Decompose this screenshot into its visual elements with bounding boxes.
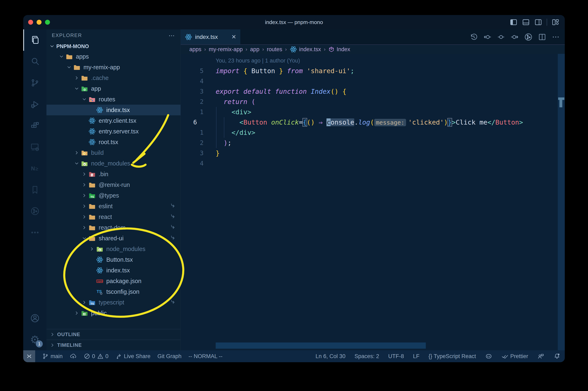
activity-extensions-icon[interactable] xyxy=(23,115,46,136)
tree-item--bin[interactable]: 0110.bin xyxy=(46,169,181,180)
next-change-icon[interactable] xyxy=(510,33,519,41)
warning-icon xyxy=(97,353,104,360)
tree-item-typescript[interactable]: TStypescript xyxy=(46,297,181,308)
change-icon[interactable] xyxy=(497,33,505,41)
tree-item-index-tsx[interactable]: index.tsx xyxy=(46,105,181,115)
status-cloud-upload-icon[interactable] xyxy=(70,353,77,360)
status-spaces-2[interactable]: Spaces: 2 xyxy=(354,353,379,360)
tree-item-apps[interactable]: apps xyxy=(46,51,181,62)
tree-item-node-modules[interactable]: jsnode_modules xyxy=(46,244,181,254)
symbol-module-icon xyxy=(328,46,334,52)
code-editor[interactable]: You, 23 hours ago | 1 author (You)5impor… xyxy=(181,54,565,350)
status-copilot-icon[interactable] xyxy=(485,353,492,360)
status--typescript-react[interactable]: {} TypeScript React xyxy=(428,353,476,360)
activity-run-debug-icon[interactable] xyxy=(23,94,46,115)
tree-item-index-tsx[interactable]: index.tsx xyxy=(46,265,181,276)
react-icon xyxy=(185,33,192,41)
more-actions-icon[interactable] xyxy=(552,33,560,41)
breadcrumb-item-app[interactable]: app xyxy=(250,46,259,53)
tree-item-tsconfig-json[interactable]: TS⚙tsconfig.json xyxy=(46,286,181,297)
activity-bookmarks-icon[interactable] xyxy=(23,179,46,200)
activity-git-graph-icon[interactable] xyxy=(23,200,46,222)
toggle-sidebar-right-icon[interactable] xyxy=(534,18,542,26)
breadcrumb-item-my-remix-app[interactable]: my-remix-app xyxy=(209,46,243,53)
gitlens-icon[interactable] xyxy=(524,33,533,41)
tab-close-icon[interactable]: ✕ xyxy=(231,33,236,40)
split-editor-icon[interactable] xyxy=(538,33,546,41)
history-icon[interactable] xyxy=(470,33,478,41)
chevron-right-icon xyxy=(81,225,88,230)
activity-files-icon[interactable] xyxy=(23,29,46,51)
tree-item-entry-client-tsx[interactable]: entry.client.tsx xyxy=(46,115,181,126)
tree-item-label: index.tsx xyxy=(106,107,130,113)
activity-account-icon[interactable] xyxy=(23,307,46,329)
workspace-section[interactable]: PNPM-MONO xyxy=(46,41,181,51)
symlink-icon xyxy=(170,235,176,242)
activity-more-views-icon[interactable] xyxy=(23,222,46,243)
tree-item-package-json[interactable]: npmpackage.json xyxy=(46,276,181,286)
tree-item-entry-server-tsx[interactable]: entry.server.tsx xyxy=(46,126,181,137)
status-label: 0 xyxy=(105,353,108,360)
toggle-sidebar-left-icon[interactable] xyxy=(510,18,517,26)
toggle-panel-icon[interactable] xyxy=(522,18,530,26)
code-line: 1 <div> xyxy=(181,107,565,117)
tree-item-routes[interactable]: routes xyxy=(46,94,181,105)
tree-item-app[interactable]: ⚙app xyxy=(46,83,181,94)
breadcrumb-item-routes[interactable]: routes xyxy=(267,46,282,53)
tree-item-button-tsx[interactable]: Button.tsx xyxy=(46,254,181,265)
activity-remote-explorer-icon[interactable] xyxy=(23,136,46,158)
chevron-down-icon xyxy=(81,97,88,102)
breadcrumb-item-apps[interactable]: apps xyxy=(189,46,201,53)
tree-item-react[interactable]: react xyxy=(46,211,181,222)
status--normal-[interactable]: -- NORMAL -- xyxy=(189,353,222,360)
tree-item-shared-ui[interactable]: shared-ui xyxy=(46,233,181,244)
chevron-down-icon xyxy=(58,54,65,59)
folder-dist xyxy=(80,149,89,156)
breadcrumb-item-index[interactable]: Index xyxy=(328,46,350,53)
code-line: 1 </div> xyxy=(181,127,565,138)
status-ln-6-col-30[interactable]: Ln 6, Col 30 xyxy=(316,353,346,360)
remote-indicator[interactable] xyxy=(23,350,35,362)
tree-item--remix-run[interactable]: @remix-run xyxy=(46,180,181,190)
vertical-scrollbar[interactable] xyxy=(558,54,565,350)
customize-layout-icon[interactable] xyxy=(552,18,559,26)
search-icon xyxy=(30,57,40,66)
tree-item--cache[interactable]: .cache xyxy=(46,73,181,83)
activity-search-icon[interactable] xyxy=(23,51,46,72)
timeline-section[interactable]: TIMELINE xyxy=(46,340,181,350)
activity-bar: N≥⚙1 xyxy=(23,29,46,350)
status-feedback-icon[interactable] xyxy=(537,353,544,360)
tree-item-my-remix-app[interactable]: my-remix-app xyxy=(46,62,181,73)
outline-section[interactable]: OUTLINE xyxy=(46,329,181,340)
tree-item-eslint[interactable]: eslint xyxy=(46,201,181,211)
status-main[interactable]: main xyxy=(42,353,63,360)
tree-item-node-modules[interactable]: jsnode_modules xyxy=(46,158,181,169)
status-bell-icon[interactable] xyxy=(553,353,561,360)
tree-item-public[interactable]: public xyxy=(46,308,181,318)
breadcrumb-item-index.tsx[interactable]: index.tsx xyxy=(290,46,321,53)
activity-nx-console-icon[interactable]: N≥ xyxy=(23,158,46,179)
previous-change-icon[interactable] xyxy=(483,33,491,41)
status-lf[interactable]: LF xyxy=(413,353,420,360)
status-0[interactable]: 00 xyxy=(84,353,108,360)
status-live-share[interactable]: Live Share xyxy=(115,353,151,360)
live-share-icon xyxy=(115,353,122,360)
activity-settings-gear-icon[interactable]: ⚙1 xyxy=(23,329,46,350)
status-git-graph[interactable]: Git Graph xyxy=(158,353,182,360)
line-number: 2 xyxy=(181,138,203,148)
activity-source-control-icon[interactable] xyxy=(23,72,46,94)
tree-item--types[interactable]: TS@types xyxy=(46,190,181,201)
status-prettier[interactable]: Prettier xyxy=(501,353,528,360)
svg-text:N: N xyxy=(31,166,35,172)
status-utf-8[interactable]: UTF-8 xyxy=(388,353,404,360)
horizontal-scrollbar[interactable] xyxy=(216,342,426,349)
tree-item-build[interactable]: build xyxy=(46,147,181,158)
tree-item-label: my-remix-app xyxy=(84,64,120,71)
tree-item-react-dom[interactable]: react-dom xyxy=(46,222,181,233)
titlebar-layout-icons xyxy=(510,18,559,26)
blame-annotation: You, 23 hours ago | 1 author (You) xyxy=(181,56,565,66)
tab-index-tsx[interactable]: index.tsx ✕ xyxy=(181,29,240,44)
explorer-more-actions[interactable]: ⋯ xyxy=(169,32,175,39)
indent-guide xyxy=(224,117,224,138)
tree-item-root-tsx[interactable]: root.tsx xyxy=(46,137,181,147)
